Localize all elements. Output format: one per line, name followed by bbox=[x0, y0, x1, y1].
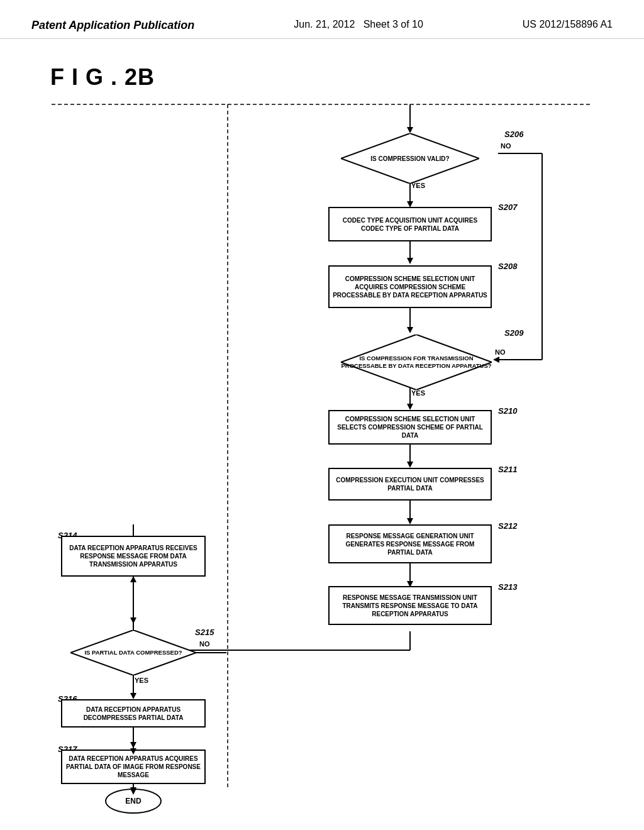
end-oval: END bbox=[105, 788, 162, 814]
s215-label: S215 bbox=[195, 628, 214, 637]
s207-label: S207 bbox=[498, 202, 517, 212]
s206-no-label: NO bbox=[501, 142, 511, 150]
svg-marker-15 bbox=[407, 518, 413, 524]
s208-label: S208 bbox=[498, 262, 517, 271]
page-header: Patent Application Publication Jun. 21, … bbox=[0, 0, 644, 39]
flowchart-svg bbox=[20, 103, 624, 795]
s215-diamond: IS PARTIAL DATA COMPRESSED? bbox=[70, 630, 196, 675]
svg-marker-3 bbox=[407, 127, 413, 133]
publication-label: Patent Application Publication bbox=[31, 19, 194, 32]
s212-label: S212 bbox=[498, 521, 517, 531]
s207-box: CODEC TYPE ACQUISITION UNIT ACQUIRES COD… bbox=[328, 207, 492, 241]
patent-number: US 2012/158896 A1 bbox=[523, 19, 613, 30]
s209-label: S209 bbox=[504, 328, 523, 338]
flowchart-diagram: S206 IS COMPRESSION VALID? YES NO S207 C… bbox=[20, 103, 624, 795]
svg-marker-7 bbox=[407, 258, 413, 264]
s211-box: COMPRESSION EXECUTION UNIT COMPRESSES PA… bbox=[328, 468, 492, 501]
svg-marker-31 bbox=[130, 693, 136, 699]
s209-no-label: NO bbox=[495, 348, 506, 356]
s211-label: S211 bbox=[498, 465, 517, 474]
s212-box: RESPONSE MESSAGE GENERATION UNIT GENERAT… bbox=[328, 524, 492, 563]
s206-label: S206 bbox=[504, 130, 523, 139]
s206-diamond: IS COMPRESSION VALID? bbox=[341, 133, 479, 184]
s217-box: DATA RECEPTION APPARATUS ACQUIRES PARTIA… bbox=[61, 750, 206, 784]
s206-yes-label: YES bbox=[411, 182, 425, 189]
svg-marker-11 bbox=[407, 404, 413, 410]
svg-marker-13 bbox=[407, 462, 413, 468]
svg-marker-29 bbox=[130, 617, 136, 624]
figure-title: F I G . 2B bbox=[50, 64, 644, 91]
s210-label: S210 bbox=[498, 406, 517, 416]
s214-box: DATA RECEPTION APPARATUS RECEIVES RESPON… bbox=[61, 536, 206, 577]
svg-marker-33 bbox=[130, 742, 136, 748]
s209-diamond: IS COMPRESSION FOR TRANSMISSION PROCESSA… bbox=[341, 335, 492, 390]
s215-text: IS PARTIAL DATA COMPRESSED? bbox=[70, 630, 196, 675]
s209-text: IS COMPRESSION FOR TRANSMISSION PROCESSA… bbox=[341, 335, 492, 390]
s215-no-label: NO bbox=[199, 640, 210, 648]
date-sheet: Jun. 21, 2012 Sheet 3 of 10 bbox=[294, 19, 423, 30]
s213-box: RESPONSE MESSAGE TRANSMISSION UNIT TRANS… bbox=[328, 586, 492, 625]
s210-box: COMPRESSION SCHEME SELECTION UNIT SELECT… bbox=[328, 410, 492, 445]
svg-marker-9 bbox=[407, 327, 413, 333]
s209-yes-label: YES bbox=[411, 389, 425, 397]
s216-box: DATA RECEPTION APPARATUS DECOMPRESSES PA… bbox=[61, 699, 206, 728]
s215-yes-label: YES bbox=[135, 677, 148, 684]
s208-box: COMPRESSION SCHEME SELECTION UNIT ACQUIR… bbox=[328, 265, 492, 308]
s213-label: S213 bbox=[498, 582, 517, 592]
s206-text: IS COMPRESSION VALID? bbox=[341, 133, 479, 184]
